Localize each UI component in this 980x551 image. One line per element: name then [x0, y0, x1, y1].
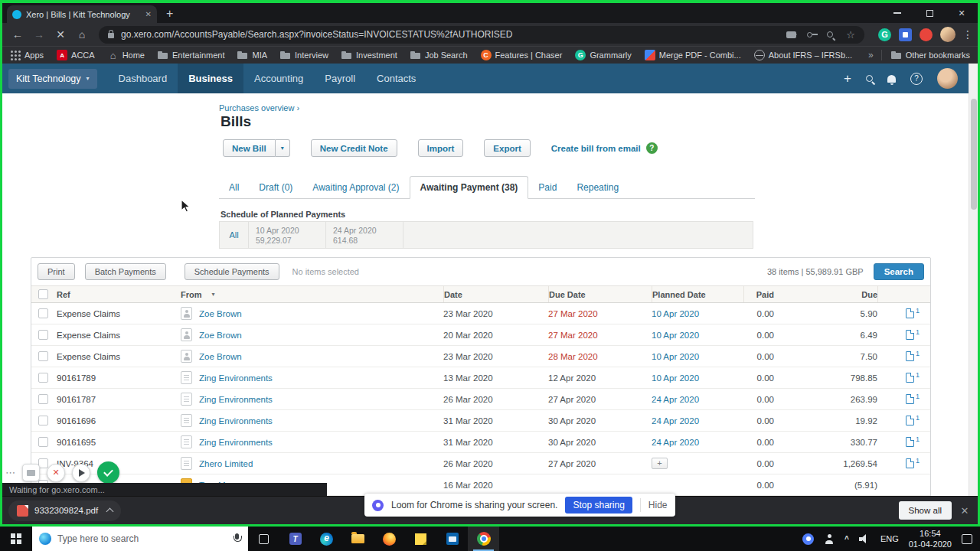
nav-item[interactable]: Dashboard [108, 64, 178, 93]
microphone-icon[interactable] [232, 533, 241, 545]
bills-status-tab[interactable]: Awaiting Approval (2) [302, 177, 409, 198]
column-header-paid[interactable]: Paid [743, 286, 774, 302]
row-checkbox[interactable] [38, 394, 48, 404]
blue-extension-icon[interactable] [899, 28, 912, 41]
bookmark-item[interactable]: Features | Chaser [481, 50, 563, 60]
page-scrollbar[interactable] [969, 64, 978, 496]
column-header-due[interactable]: Due [774, 286, 877, 302]
create-bill-from-email-link[interactable]: Create bill from email [551, 144, 641, 153]
bill-row[interactable]: 90161695 Zing Environments 31 Mar 2020 3… [31, 432, 930, 453]
download-item[interactable]: 9332309824.pdf [8, 500, 121, 521]
start-button[interactable] [0, 527, 32, 551]
bill-row[interactable]: Expense Claims Zoe Brown 23 Mar 2020 27 … [31, 303, 930, 324]
taskbar-app-button[interactable] [374, 527, 405, 551]
column-header-from[interactable]: From ▾ [181, 286, 443, 302]
bookmark-star-icon[interactable]: ☆ [846, 30, 855, 40]
zoom-icon[interactable] [827, 31, 833, 37]
row-checkbox[interactable] [38, 351, 48, 361]
tab-close-icon[interactable]: ✕ [145, 10, 152, 18]
new-bill-button[interactable]: New Bill [223, 139, 276, 157]
loom-tray-icon[interactable] [802, 533, 814, 545]
column-header-ref[interactable]: Ref [54, 286, 181, 302]
bookmark-item[interactable]: Interview [280, 50, 328, 60]
bill-row[interactable]: 90161787 Zing Environments 26 Mar 2020 2… [31, 389, 930, 410]
loom-camera-preview[interactable] [22, 464, 40, 481]
add-planned-date-button[interactable]: + [652, 458, 668, 469]
window-maximize-button[interactable] [913, 3, 946, 23]
planned-date-link[interactable]: 10 Apr 2020 [652, 309, 699, 318]
planned-date-link[interactable]: 10 Apr 2020 [652, 352, 699, 361]
schedule-group[interactable]: 24 Apr 2020 614.68 [326, 222, 403, 248]
row-checkbox[interactable] [38, 330, 48, 340]
attachment-file-icon[interactable] [906, 437, 914, 447]
address-bar[interactable]: go.xero.com/AccountsPayable/Search.aspx?… [99, 26, 864, 44]
bill-row[interactable]: 90161789 Zing Environments 13 Mar 2020 1… [31, 367, 930, 389]
nav-item[interactable]: Accounting [243, 64, 314, 93]
hide-banner-button[interactable]: Hide [640, 498, 668, 512]
home-button[interactable]: ⌂ [71, 28, 93, 41]
browser-profile-avatar[interactable] [940, 27, 956, 42]
planned-date-link[interactable]: 24 Apr 2020 [652, 395, 699, 404]
contact-link[interactable]: Zoe Brown [199, 331, 242, 340]
help-badge-icon[interactable]: ? [646, 142, 658, 154]
attachment-file-icon[interactable] [906, 373, 914, 383]
contact-link[interactable]: Zing Environments [199, 416, 273, 425]
window-close-button[interactable]: ✕ [946, 3, 978, 23]
attachment-file-icon[interactable] [906, 458, 914, 468]
contact-link[interactable]: Zing Environments [199, 395, 273, 404]
contact-link[interactable]: Zing Environments [199, 438, 273, 447]
export-button[interactable]: Export [484, 139, 530, 157]
planned-date-link[interactable]: 10 Apr 2020 [652, 373, 699, 383]
print-button[interactable]: Print [38, 263, 75, 280]
column-header-due-date[interactable]: Due Date [548, 286, 652, 302]
bills-status-tab[interactable]: Paid [528, 177, 567, 198]
schedule-payments-button[interactable]: Schedule Payments [185, 263, 279, 280]
nav-item[interactable]: Payroll [314, 64, 366, 93]
action-center-icon[interactable] [962, 534, 972, 544]
window-minimize-button[interactable] [881, 3, 913, 23]
scrollbar-thumb[interactable] [971, 99, 977, 210]
language-indicator[interactable]: ENG [880, 534, 899, 543]
bill-row[interactable]: INV-9364 Zhero Limited 26 Mar 2020 27 Ap… [31, 453, 930, 474]
nav-item[interactable]: Business [178, 64, 243, 93]
bookmark-item[interactable]: MIA [237, 50, 267, 60]
taskbar-app-button[interactable] [342, 527, 374, 551]
taskbar-app-button[interactable] [279, 527, 311, 551]
contact-link[interactable]: Zing Environments [199, 373, 273, 383]
column-header-planned-date[interactable]: Planned Date [652, 286, 743, 302]
show-all-downloads-button[interactable]: Show all [899, 501, 952, 520]
breadcrumb[interactable]: Purchases overview › [219, 103, 299, 112]
schedule-all-link[interactable]: All [220, 222, 249, 248]
user-avatar[interactable] [937, 68, 958, 89]
bookmark-item[interactable]: Job Search [410, 50, 468, 60]
planned-date-link[interactable]: 24 Apr 2020 [652, 438, 699, 447]
attachment-file-icon[interactable] [906, 394, 914, 404]
planned-date-link[interactable]: 10 Apr 2020 [652, 331, 699, 340]
bill-row[interactable]: Expense Claims Zoe Brown 23 Mar 2020 28 … [31, 346, 930, 367]
browser-tab[interactable]: Xero | Bills | Kitt Technology ✕ [7, 5, 157, 23]
bill-row[interactable]: Expense Claims Zoe Brown 20 Mar 2020 27 … [31, 324, 930, 346]
bookmark-item[interactable]: About IFRS – IFRSb... [754, 50, 852, 60]
new-tab-button[interactable]: + [166, 8, 173, 20]
schedule-group[interactable]: 10 Apr 2020 59,229.07 [249, 222, 326, 248]
download-shelf-close-icon[interactable]: ✕ [952, 505, 978, 517]
column-header-date[interactable]: Date [443, 286, 548, 302]
row-checkbox[interactable] [38, 373, 48, 383]
bookmark-item[interactable]: ACCA [57, 50, 95, 60]
camera-icon[interactable] [786, 31, 796, 38]
row-checkbox[interactable] [38, 308, 48, 318]
contact-link[interactable]: Zoe Brown [199, 352, 242, 361]
help-icon[interactable]: ? [910, 73, 923, 85]
contact-link[interactable]: Zhero Limited [199, 459, 253, 468]
bookmark-item[interactable]: Apps [10, 50, 44, 60]
taskbar-app-button[interactable] [405, 527, 436, 551]
attachment-file-icon[interactable] [906, 416, 914, 425]
stop-sharing-button[interactable]: Stop sharing [565, 497, 632, 514]
taskbar-app-button[interactable] [311, 527, 342, 551]
taskbar-app-button[interactable] [248, 527, 279, 551]
people-icon[interactable] [824, 534, 835, 544]
taskbar-app-button[interactable] [436, 527, 468, 551]
bookmark-item[interactable]: Entertainment [158, 50, 224, 60]
loom-drag-handle-icon[interactable]: ⋯ [5, 467, 15, 478]
taskbar-search-box[interactable]: Type here to search [32, 527, 248, 551]
